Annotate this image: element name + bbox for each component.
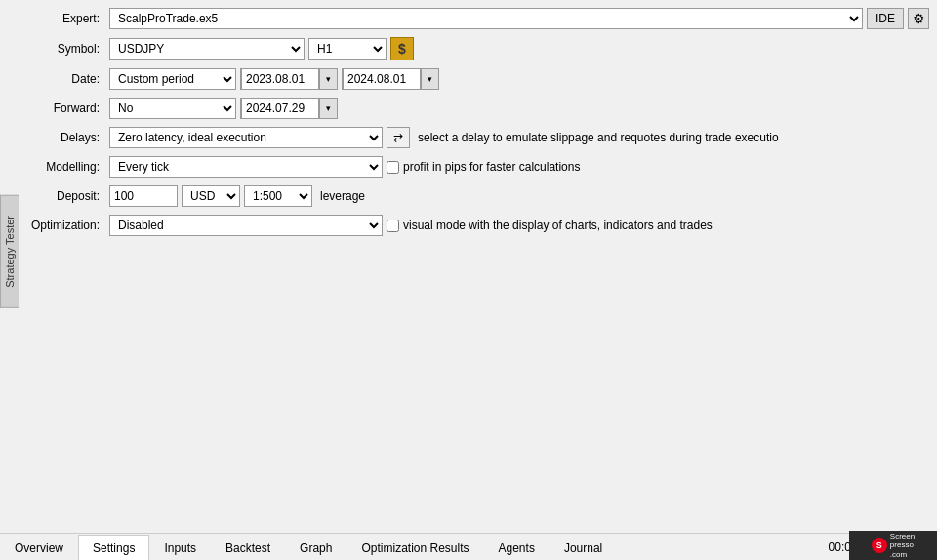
optimization-row: Optimization: Disabled visual mode with … <box>14 215 937 236</box>
side-tab-label: Strategy Tester <box>4 216 16 288</box>
delays-row: Delays: Zero latency, ideal execution ⇄ … <box>14 127 937 148</box>
forward-date-container: ▾ <box>240 98 338 119</box>
visual-label-text: visual mode with the display of charts, … <box>403 219 713 232</box>
strategy-tester-tab[interactable]: Strategy Tester <box>0 195 19 308</box>
tab-settings[interactable]: Settings <box>78 535 149 560</box>
tab-journal[interactable]: Journal <box>550 536 617 560</box>
tab-bar: Overview Settings Inputs Backtest Graph … <box>0 533 937 560</box>
delays-icon-button[interactable]: ⇄ <box>387 127 410 148</box>
tab-backtest[interactable]: Backtest <box>211 536 285 560</box>
screenpresso-watermark: S Screenpresso.com <box>849 531 937 560</box>
screenpresso-text: Screenpresso.com <box>890 532 915 560</box>
optimization-select[interactable]: Disabled <box>109 215 383 236</box>
leverage-text: leverage <box>320 189 365 203</box>
modelling-select[interactable]: Every tick <box>109 156 383 178</box>
date-to-input[interactable] <box>343 68 421 90</box>
date-label: Date: <box>21 72 109 86</box>
deposit-input[interactable] <box>109 185 178 207</box>
date-to-container: ▾ <box>342 68 439 90</box>
date-from-input[interactable] <box>241 68 319 90</box>
forward-row: Forward: No ▾ <box>14 98 937 119</box>
ide-button[interactable]: IDE <box>867 8 904 29</box>
gear-button[interactable]: ⚙ <box>908 8 929 29</box>
tab-optimization-results[interactable]: Optimization Results <box>346 536 483 560</box>
timeframe-select[interactable]: H1 <box>308 38 387 60</box>
expert-row: Expert: ScalpProTrade.ex5 IDE ⚙ <box>14 8 937 29</box>
date-to-calendar-button[interactable]: ▾ <box>421 69 438 89</box>
modelling-label: Modelling: <box>21 160 109 174</box>
deposit-label: Deposit: <box>21 189 109 203</box>
profit-checkbox[interactable] <box>387 161 399 174</box>
date-row: Date: Custom period ▾ ▾ <box>14 68 937 90</box>
tab-graph[interactable]: Graph <box>285 536 346 560</box>
forward-label: Forward: <box>21 101 109 115</box>
modelling-row: Modelling: Every tick profit in pips for… <box>14 156 937 178</box>
date-from-container: ▾ <box>240 68 338 90</box>
symbol-row: Symbol: USDJPY H1 $ <box>14 37 937 60</box>
sliders-icon: ⇄ <box>393 131 403 144</box>
symbol-label: Symbol: <box>21 42 109 56</box>
gear-icon: ⚙ <box>913 11 925 26</box>
tab-overview[interactable]: Overview <box>0 536 78 560</box>
currency-select[interactable]: USD <box>182 185 240 207</box>
dollar-button[interactable]: $ <box>390 37 414 60</box>
forward-date-calendar-button[interactable]: ▾ <box>319 99 337 118</box>
visual-checkbox[interactable] <box>387 220 399 232</box>
date-from-calendar-button[interactable]: ▾ <box>319 69 337 89</box>
tab-agents[interactable]: Agents <box>484 536 550 560</box>
tab-inputs[interactable]: Inputs <box>149 536 211 560</box>
expert-label: Expert: <box>21 12 109 25</box>
forward-date-input[interactable] <box>241 98 319 119</box>
expert-select[interactable]: ScalpProTrade.ex5 <box>109 8 863 29</box>
profit-checkbox-label[interactable]: profit in pips for faster calculations <box>387 160 580 174</box>
screenpresso-logo: S <box>872 538 887 553</box>
date-type-select[interactable]: Custom period <box>109 68 236 90</box>
delays-select[interactable]: Zero latency, ideal execution <box>109 127 383 148</box>
leverage-select[interactable]: 1:500 <box>244 185 312 207</box>
delays-hint-text: select a delay to emulate slippage and r… <box>418 131 779 144</box>
profit-label-text: profit in pips for faster calculations <box>403 160 580 174</box>
forward-select[interactable]: No <box>109 98 236 119</box>
dollar-icon: $ <box>398 41 406 57</box>
deposit-row: Deposit: USD 1:500 leverage <box>14 185 937 207</box>
delays-label: Delays: <box>21 131 109 144</box>
optimization-label: Optimization: <box>21 219 109 232</box>
symbol-select[interactable]: USDJPY <box>109 38 305 60</box>
visual-checkbox-label[interactable]: visual mode with the display of charts, … <box>387 219 713 232</box>
